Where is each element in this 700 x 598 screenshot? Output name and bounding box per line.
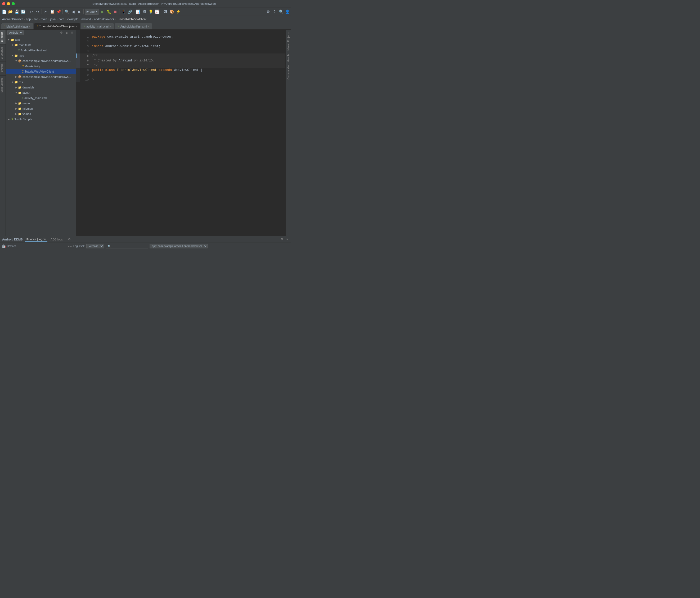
open-btn[interactable]: 📂 xyxy=(7,9,13,15)
devices-logcat-tab[interactable]: Devices | logcat xyxy=(25,237,47,242)
tab-tutorialwebview-close[interactable]: × xyxy=(76,25,77,28)
sync-project-btn[interactable]: ⚙ xyxy=(59,31,64,35)
collapse-all-btn[interactable]: ≡ xyxy=(65,31,69,35)
ddms-settings-btn[interactable]: ⚙ xyxy=(280,237,284,242)
breadcrumb-main[interactable]: main xyxy=(41,18,47,21)
project-panel-header: Android Project ⚙ ≡ ⚙ xyxy=(6,30,76,36)
tab-activitymain-label: activity_main.xml xyxy=(86,25,108,28)
undo-btn[interactable]: ↩ xyxy=(28,9,34,15)
tree-item-pkg2[interactable]: ▶ 📦 com.example.aravind.androidbrows... xyxy=(6,74,76,79)
breadcrumb-com[interactable]: com xyxy=(59,18,64,21)
tab-mainactivity[interactable]: J MainActivity.java × xyxy=(1,23,33,29)
back-btn[interactable]: ◀ xyxy=(70,9,76,15)
paste-btn[interactable]: 📌 xyxy=(56,9,61,15)
theme-btn[interactable]: 🎨 xyxy=(169,9,174,15)
alloc-btn[interactable]: 🗄 xyxy=(141,9,147,15)
project-view-selector[interactable]: Android Project xyxy=(7,30,24,35)
buildvariants-tab[interactable]: Build Variants xyxy=(0,75,5,95)
debug-btn[interactable]: 🐛 xyxy=(106,9,112,15)
user-btn[interactable]: 👤 xyxy=(284,9,290,15)
copy-btn[interactable]: 📋 xyxy=(49,9,55,15)
forward-btn[interactable]: ▶ xyxy=(76,9,82,15)
help-btn[interactable]: ? xyxy=(272,9,277,15)
commander-tab[interactable]: Commander xyxy=(286,63,291,81)
tree-item-mipmap[interactable]: ▶ 📁 mipmap xyxy=(6,106,76,111)
tab-androidmanifest[interactable]: X AndroidManifest.xml × xyxy=(115,23,152,29)
new-file-btn[interactable]: 📄 xyxy=(1,9,7,15)
project-tab[interactable]: 1: Project xyxy=(0,30,5,44)
tree-item-java[interactable]: ▼ 📁 java xyxy=(6,53,76,58)
add-device-btn[interactable]: + xyxy=(68,245,69,248)
tree-item-tutorialwebview[interactable]: C TutorialWebViewClient xyxy=(6,69,76,74)
save-btn[interactable]: 💾 xyxy=(14,9,20,15)
breadcrumb-androidbrowser[interactable]: AndroidBrowser xyxy=(2,18,23,21)
adb-logs-tab[interactable]: ADB logs xyxy=(50,237,64,242)
heap-btn[interactable]: 📊 xyxy=(135,9,141,15)
tab-mainactivity-close[interactable]: × xyxy=(29,25,30,28)
folder-icon: 📁 xyxy=(18,86,22,89)
breadcrumb-tutorialwebview[interactable]: TutorialWebViewClient xyxy=(117,18,146,21)
tree-item-values[interactable]: ▶ 📁 values xyxy=(6,111,76,117)
breadcrumb-src[interactable]: src xyxy=(34,18,38,21)
sync-btn[interactable]: 🔄 xyxy=(20,9,26,15)
settings-btn[interactable]: ⚙ xyxy=(265,9,271,15)
tab-activitymain-close[interactable]: × xyxy=(109,25,111,28)
breadcrumb-app[interactable]: app xyxy=(26,18,31,21)
editor-content[interactable]: 1 package com.example.aravind.androidbro… xyxy=(76,30,285,236)
cut-btn[interactable]: ✂ xyxy=(43,9,49,15)
breadcrumb-aravind[interactable]: aravind xyxy=(81,18,91,21)
tree-item-androidmanifest[interactable]: X AndroidManifest.xml xyxy=(6,48,76,53)
remove-device-btn[interactable]: − xyxy=(70,245,72,248)
log-app-filter-select[interactable]: app: com.example.aravind.androidbrowser xyxy=(150,244,207,248)
maximize-button[interactable] xyxy=(11,2,15,5)
attach-btn[interactable]: 🔗 xyxy=(127,9,133,15)
editor-line-10: 10 } xyxy=(76,77,285,82)
tree-item-app[interactable]: ▼ 📁 app xyxy=(6,37,76,42)
left-vertical-tabs: 1: Project 2: Structure Favorites Build … xyxy=(0,30,6,236)
gutter xyxy=(76,30,80,34)
tab-androidmanifest-label: AndroidManifest.xml xyxy=(120,25,147,28)
search-everywhere-btn[interactable]: 🔍 xyxy=(278,9,284,15)
stop-btn[interactable]: ⏹ xyxy=(112,9,118,15)
tab-activitymain[interactable]: X activity_main.xml × xyxy=(81,23,114,29)
tree-item-activitymainxml[interactable]: X activity_main.xml xyxy=(6,95,76,101)
layout-btn[interactable]: 🖼 xyxy=(162,9,168,15)
tree-item-gradlescripts[interactable]: ▶ G Gradle Scripts xyxy=(6,117,76,122)
ddms-adb-icon[interactable]: ⚙ xyxy=(67,237,72,242)
minimize-button[interactable] xyxy=(7,2,10,5)
tree-item-manifests[interactable]: ▼ 📁 manifests xyxy=(6,42,76,48)
run-btn[interactable]: ▶ xyxy=(100,9,105,15)
gradle-tab[interactable]: Gradle xyxy=(286,52,291,63)
project-settings-btn[interactable]: ⚙ xyxy=(70,31,74,35)
close-button[interactable] xyxy=(2,2,5,5)
tree-item-menu[interactable]: ▶ 📁 menu xyxy=(6,101,76,106)
deploy-btn[interactable]: 📱 xyxy=(121,9,126,15)
tree-item-res[interactable]: ▼ 📁 res xyxy=(6,79,76,85)
editor-area[interactable]: 1 package com.example.aravind.androidbro… xyxy=(76,30,285,236)
tree-item-drawable[interactable]: ▶ 📁 drawable xyxy=(6,85,76,90)
find-btn[interactable]: 🔍 xyxy=(64,9,70,15)
run-config-selector[interactable]: ▶ app ▾ xyxy=(85,9,99,15)
log-level-select[interactable]: Verbose Debug Info Warn Error xyxy=(86,244,104,248)
editor-line-4: 4 xyxy=(76,49,285,53)
maven-projects-tab[interactable]: Maven Projects xyxy=(286,31,291,52)
editor-line-8: 8 public class TutorialWebViewClient ext… xyxy=(76,68,285,73)
redo-btn[interactable]: ↪ xyxy=(35,9,41,15)
tree-item-mainactivity[interactable]: C MainActivity xyxy=(6,64,76,69)
ddms-close-btn[interactable]: × xyxy=(285,237,289,242)
favorites-tab[interactable]: Favorites xyxy=(0,61,5,75)
editor-line-1: 1 package com.example.aravind.androidbro… xyxy=(76,34,285,39)
structure-tab[interactable]: 2: Structure xyxy=(0,44,5,61)
breadcrumb-example[interactable]: example xyxy=(67,18,78,21)
tree-item-pkg1[interactable]: ▼ 📦 com.example.aravind.androidbrows... xyxy=(6,58,76,64)
breadcrumb-androidbrowser2[interactable]: androidbrowser xyxy=(94,18,114,21)
hprof-btn[interactable]: 💡 xyxy=(148,9,154,15)
method-btn[interactable]: 📈 xyxy=(154,9,160,15)
breadcrumb-java[interactable]: java xyxy=(50,18,56,21)
tree-item-layout[interactable]: ▼ 📁 layout xyxy=(6,90,76,95)
log-search-input[interactable] xyxy=(106,244,148,248)
systrace-btn[interactable]: ⚡ xyxy=(175,9,181,15)
tab-tutorialwebview[interactable]: J TutorialWebViewClient.java × xyxy=(34,23,80,29)
tab-androidmanifest-close[interactable]: × xyxy=(148,25,149,28)
bottom-panel: Android DDMS Devices | logcat ADB logs ⚙… xyxy=(0,236,291,249)
